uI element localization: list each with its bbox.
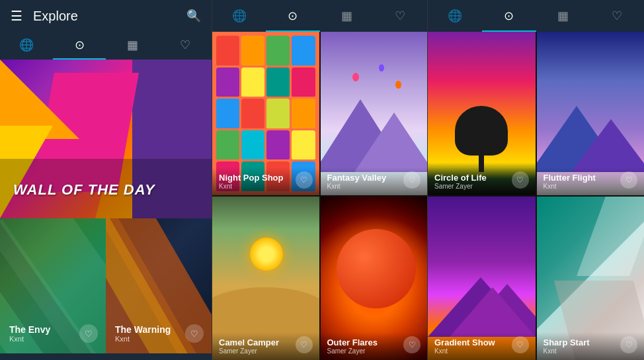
tree-silhouette [455, 106, 508, 172]
right-panel: 🌐 ⊙ ▦ ♡ Circle of Life Samer Zayer ♡ [428, 0, 644, 360]
wotd-label: WALL OF THE DAY [13, 181, 155, 199]
envy-label: The Envy Kxnt [9, 324, 50, 343]
card-circle-of-life[interactable]: Circle of Life Samer Zayer ♡ [428, 32, 536, 195]
wotd-banner[interactable]: WALL OF THE DAY [0, 60, 212, 218]
right-header: 🌐 ⊙ ▦ ♡ [428, 0, 644, 32]
warning-title: The Warning [115, 324, 171, 335]
left-content: WALL OF THE DAY The Envy Kxnt ♡ [0, 60, 212, 360]
fv-mountain-right [354, 112, 427, 172]
card-the-warning[interactable]: The Warning Kxnt ♡ [106, 218, 212, 353]
card-flutter-flight[interactable]: Flutter Flight Kxnt ♡ [537, 32, 645, 195]
card-gradient-show[interactable]: Gradient Show Kxnt ♡ [428, 197, 536, 360]
flutter-mountain-right [571, 119, 644, 172]
camel-heart-button[interactable]: ♡ [296, 336, 313, 353]
right-tab-heart[interactable]: ♡ [590, 0, 644, 32]
middle-grid: Night Pop Shop Kxnt ♡ Fantasy Valley Kxn… [212, 32, 427, 360]
warning-author: Kxnt [115, 335, 171, 343]
fantasy-heart-button[interactable]: ♡ [403, 171, 421, 189]
app-title: Explore [33, 9, 186, 24]
hamburger-icon[interactable]: ☰ [11, 8, 22, 24]
fv-balloon-purple [379, 64, 384, 71]
fv-balloon-pink [352, 73, 359, 81]
sharp-heart-button[interactable]: ♡ [620, 336, 637, 353]
left-tabs: 🌐 ⊙ ▦ ♡ [0, 32, 212, 60]
warning-label: The Warning Kxnt [115, 324, 171, 343]
card-sharp-start[interactable]: Sharp Start Kxnt ♡ [537, 197, 645, 360]
camel-sun [250, 238, 283, 271]
left-tab-image[interactable]: ▦ [106, 32, 159, 58]
warning-heart-button[interactable]: ♡ [185, 324, 204, 343]
middle-panel: 🌐 ⊙ ▦ ♡ Night Pop Shop Kxnt ♡ [212, 0, 428, 360]
right-tab-compass[interactable]: ⊙ [482, 0, 536, 32]
envy-heart-button[interactable]: ♡ [79, 324, 98, 343]
flutter-heart-button[interactable]: ♡ [620, 171, 637, 189]
left-tab-compass[interactable]: ⊙ [53, 32, 106, 58]
fv-balloon-orange [395, 81, 401, 89]
mid-tab-heart[interactable]: ♡ [374, 0, 427, 32]
left-tab-heart[interactable]: ♡ [159, 32, 212, 58]
mid-tab-globe[interactable]: 🌐 [212, 0, 266, 32]
card-outer-flares[interactable]: Outer Flares Samer Zayer ♡ [321, 197, 428, 360]
outer-planet [337, 229, 416, 308]
mid-tab-compass[interactable]: ⊙ [266, 0, 319, 32]
tree-top [455, 106, 508, 156]
card-night-pop-shop[interactable]: Night Pop Shop Kxnt ♡ [212, 32, 319, 195]
right-tab-globe[interactable]: 🌐 [428, 0, 482, 32]
left-panel: ☰ Explore 🔍 🌐 ⊙ ▦ ♡ WALL OF THE DAY [0, 0, 212, 360]
envy-author: Kxnt [9, 335, 50, 343]
card-camel-camper[interactable]: Camel Camper Samer Zayer ♡ [212, 197, 319, 360]
card-the-envy[interactable]: The Envy Kxnt ♡ [0, 218, 106, 353]
card-fantasy-valley[interactable]: Fantasy Valley Kxnt ♡ [321, 32, 428, 195]
right-grid: Circle of Life Samer Zayer ♡ Flutter Fli… [428, 32, 644, 360]
app-container: ☰ Explore 🔍 🌐 ⊙ ▦ ♡ WALL OF THE DAY [0, 0, 644, 360]
night-pop-heart-button[interactable]: ♡ [296, 171, 313, 189]
left-header: ☰ Explore 🔍 [0, 0, 212, 32]
left-bottom-cards: The Envy Kxnt ♡ The Warning Kxnt [0, 218, 212, 353]
right-tab-image[interactable]: ▦ [536, 0, 590, 32]
outer-heart-button[interactable]: ♡ [403, 336, 421, 353]
envy-title: The Envy [9, 324, 50, 335]
middle-header: 🌐 ⊙ ▦ ♡ [212, 0, 427, 32]
left-tab-globe[interactable]: 🌐 [0, 32, 53, 58]
grad-mountain3 [450, 287, 536, 337]
search-icon[interactable]: 🔍 [186, 9, 201, 23]
mid-tab-image[interactable]: ▦ [320, 0, 374, 32]
gradient-heart-button[interactable]: ♡ [512, 336, 529, 353]
circle-heart-button[interactable]: ♡ [512, 171, 529, 189]
